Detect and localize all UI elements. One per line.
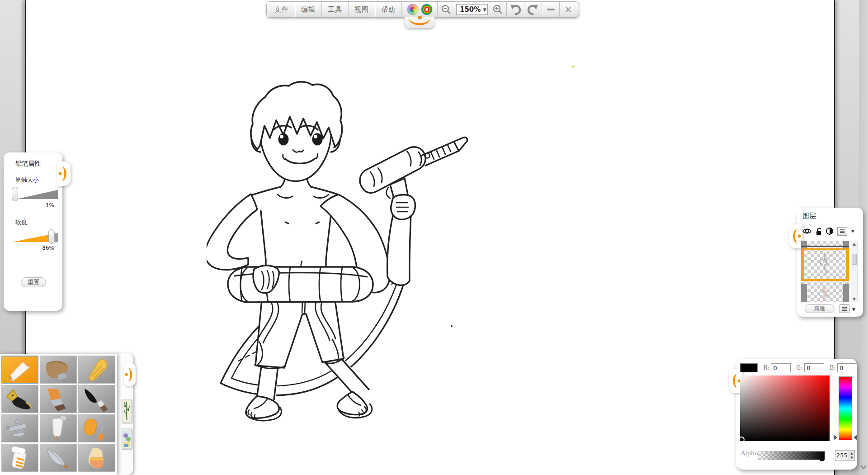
menu-list-icon (840, 229, 845, 233)
main-toolbar: 文件 编辑 工具 视图 帮助 150% ▼ (266, 1, 579, 18)
combo-caret-icon[interactable]: ▼ (481, 7, 489, 12)
layer-item-partial[interactable] (801, 241, 849, 248)
tool-palette (0, 354, 117, 475)
undo-button[interactable] (507, 2, 524, 17)
saturation-value-field[interactable] (740, 375, 830, 441)
clown-nose-icon (418, 16, 422, 19)
size-slider-thumb[interactable] (12, 187, 18, 201)
layer-menu-caret-icon[interactable]: ▼ (851, 229, 854, 233)
layer-item-selected[interactable] (801, 248, 849, 281)
layer-scrollbar[interactable]: ▲ ▼ (851, 241, 858, 302)
layers-options-button[interactable] (840, 304, 849, 313)
close-icon: ✕ (565, 5, 572, 14)
alpha-up-icon[interactable]: ▲ (849, 451, 854, 456)
brush-size-label: 笔触大小 (15, 176, 62, 184)
tool-flat-brush[interactable] (40, 385, 77, 413)
scroll-up-icon[interactable]: ▲ (851, 242, 857, 246)
tool-airbrush[interactable] (1, 414, 38, 442)
redo-button[interactable] (524, 2, 542, 17)
contrast-icon[interactable] (826, 228, 833, 235)
layer-thumbnail-sketch (801, 284, 849, 302)
tool-eraser[interactable] (78, 444, 115, 472)
zoom-in-button[interactable] (489, 2, 506, 17)
close-button[interactable]: ✕ (560, 2, 577, 17)
menu-tools[interactable]: 工具 (322, 2, 349, 17)
ear-icon (124, 366, 135, 384)
current-color-swatch[interactable] (740, 363, 758, 372)
tool-spear-knife[interactable] (40, 444, 77, 472)
softness-slider-thumb[interactable] (48, 229, 55, 244)
color-picker-panel: R: G: B: Alpha 255 ▲ ▼ (736, 359, 857, 470)
drawing-canvas[interactable] (25, 0, 835, 475)
layer-menu-button[interactable] (837, 227, 847, 236)
boy-drawing (207, 67, 478, 433)
alpha-spinner[interactable]: 255 ▲ ▼ (835, 450, 855, 461)
crayon-icon (79, 356, 114, 383)
clown-right-eye-icon[interactable] (421, 4, 433, 15)
hue-marker-right-icon[interactable] (854, 435, 857, 440)
tool-wood-pencil[interactable] (40, 356, 77, 384)
tool-fountain-pen[interactable] (1, 385, 38, 413)
stray-mark-black (451, 325, 453, 327)
visibility-eye-icon[interactable] (802, 228, 811, 234)
layer-item-2[interactable] (801, 284, 849, 302)
layer-thumbnail-sketch (801, 250, 849, 279)
wood-pencil-icon (41, 356, 76, 383)
g-label: G: (796, 365, 802, 371)
menu-list-icon (842, 307, 847, 311)
alpha-value: 255 (835, 452, 849, 459)
alpha-marker-icon[interactable] (820, 457, 824, 461)
tool-palette-knife[interactable] (40, 414, 77, 442)
alpha-slider[interactable] (758, 451, 825, 460)
tool-paint-roller[interactable] (78, 414, 115, 442)
pencil-properties-panel: 铅笔属性 笔触大小 1% 软度 86% 重置 (4, 152, 62, 311)
tool-sharp-pencil[interactable] (1, 356, 38, 384)
sv-selection-marker[interactable] (738, 437, 745, 443)
g-input[interactable] (804, 363, 824, 372)
paint-roller-icon (79, 415, 114, 442)
texture-strip (116, 353, 133, 475)
layers-panel: 图层 ▼ (797, 208, 863, 317)
hue-strip[interactable] (839, 376, 852, 440)
zoom-level-combo[interactable]: 150% ▼ (456, 4, 488, 15)
layers-options-caret-icon[interactable]: ▼ (852, 307, 855, 312)
scroll-down-icon[interactable]: ▼ (851, 297, 857, 301)
lock-icon[interactable] (816, 228, 822, 235)
tool-paint-jar[interactable] (1, 444, 38, 472)
texture-thumb-picture[interactable] (122, 428, 132, 449)
menu-edit[interactable]: 编辑 (295, 2, 322, 17)
menu-help[interactable]: 帮助 (375, 2, 402, 17)
alpha-down-icon[interactable]: ▼ (849, 456, 854, 460)
menu-view[interactable]: 视图 (349, 2, 375, 17)
softness-label: 软度 (15, 218, 62, 227)
eraser-icon (79, 445, 114, 471)
menu-file[interactable]: 文件 (269, 2, 295, 17)
redo-icon (527, 4, 539, 15)
clown-left-eye-icon[interactable] (407, 4, 419, 15)
zoom-out-button[interactable] (438, 2, 455, 17)
tool-ink-brush[interactable] (78, 385, 115, 413)
b-label: B: (830, 365, 835, 371)
sharp-pencil-icon (2, 356, 38, 383)
clown-smile (405, 17, 434, 28)
layers-panel-title: 图层 (802, 212, 863, 220)
b-input[interactable] (837, 363, 857, 372)
brush-size-slider[interactable] (11, 187, 60, 203)
scroll-down-arrow[interactable] (860, 464, 867, 472)
ink-brush-icon (79, 386, 114, 412)
minimize-icon (547, 9, 555, 10)
palette-collapse-tab[interactable] (124, 363, 136, 386)
scrollbar-thumb[interactable] (852, 254, 857, 265)
tool-crayon[interactable] (78, 356, 115, 384)
mascot-toggle[interactable] (402, 2, 437, 17)
new-layer-button[interactable]: 新建 (805, 304, 835, 313)
softness-value: 86% (11, 245, 54, 251)
reset-button[interactable]: 重置 (21, 277, 46, 287)
r-input[interactable] (771, 363, 791, 372)
softness-slider[interactable] (11, 229, 60, 246)
texture-thumb-plant[interactable] (122, 399, 132, 423)
plant-icon (123, 400, 131, 422)
flat-brush-icon (41, 386, 76, 412)
minimize-button[interactable] (542, 2, 559, 17)
hue-marker-left-icon[interactable] (834, 435, 837, 440)
